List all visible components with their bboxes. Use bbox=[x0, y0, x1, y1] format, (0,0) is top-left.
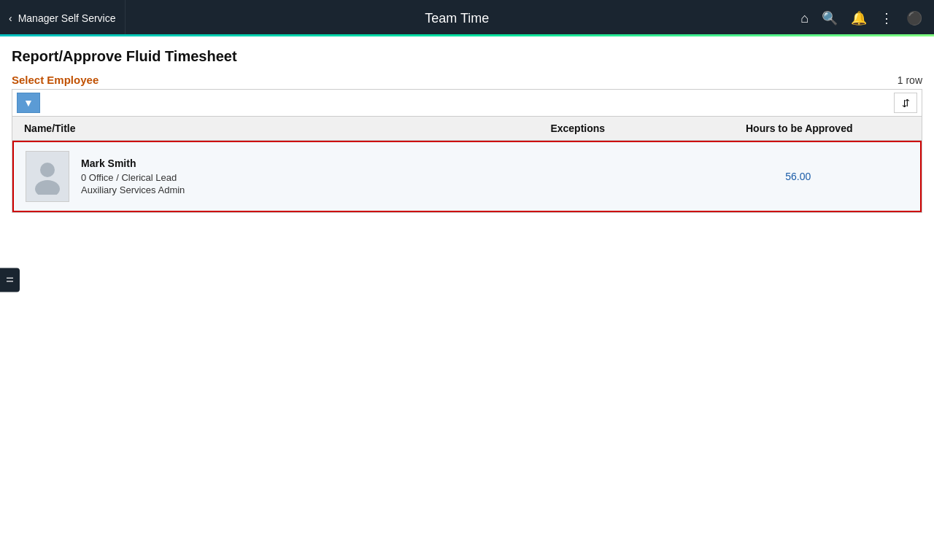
employee-info: Mark Smith 0 Office / Clerical Lead Auxi… bbox=[26, 151, 467, 202]
col-name-title: Name/Title bbox=[24, 122, 467, 134]
accent-bar bbox=[0, 34, 934, 36]
employee-dept: Auxiliary Services Admin bbox=[81, 184, 185, 195]
back-nav-label: Manager Self Service bbox=[18, 12, 116, 24]
header-actions: ⌂ 🔍 🔔 ⋮ ⚫ bbox=[789, 10, 934, 26]
avatar bbox=[26, 151, 69, 202]
more-icon[interactable]: ⋮ bbox=[880, 10, 893, 26]
section-header: Select Employee 1 row bbox=[12, 74, 922, 86]
col-exceptions: Exceptions bbox=[467, 122, 689, 134]
page-title: Report/Approve Fluid Timesheet bbox=[12, 48, 922, 65]
bell-icon[interactable]: 🔔 bbox=[851, 10, 867, 26]
sort-button[interactable]: ⇵ bbox=[894, 93, 917, 113]
employee-title: 0 Office / Clerical Lead bbox=[81, 172, 185, 183]
employee-name: Mark Smith bbox=[81, 158, 185, 169]
app-header: ‹ Manager Self Service Team Time ⌂ 🔍 🔔 ⋮… bbox=[0, 0, 934, 36]
svg-point-0 bbox=[40, 163, 55, 177]
side-tab[interactable]: II bbox=[0, 268, 20, 292]
row-count: 1 row bbox=[898, 74, 922, 86]
filter-button[interactable]: ▼ bbox=[17, 93, 40, 113]
section-label: Select Employee bbox=[12, 74, 99, 86]
filter-icon: ▼ bbox=[23, 97, 34, 109]
main-content: Report/Approve Fluid Timesheet Select Em… bbox=[0, 36, 934, 213]
hours-cell: 56.00 bbox=[688, 171, 909, 182]
sort-icon: ⇵ bbox=[902, 98, 910, 109]
table-row[interactable]: Mark Smith 0 Office / Clerical Lead Auxi… bbox=[12, 141, 922, 212]
avatar-icon bbox=[33, 158, 62, 195]
toolbar: ▼ ⇵ bbox=[12, 89, 922, 116]
table-header: Name/Title Exceptions Hours to be Approv… bbox=[12, 117, 922, 141]
employee-table: Name/Title Exceptions Hours to be Approv… bbox=[12, 116, 922, 213]
block-icon[interactable]: ⚫ bbox=[906, 10, 922, 26]
search-icon[interactable]: 🔍 bbox=[822, 10, 838, 26]
back-arrow-icon: ‹ bbox=[9, 12, 12, 24]
svg-point-1 bbox=[35, 180, 60, 195]
hours-value: 56.00 bbox=[785, 171, 811, 182]
employee-details: Mark Smith 0 Office / Clerical Lead Auxi… bbox=[81, 158, 185, 195]
home-icon[interactable]: ⌂ bbox=[800, 11, 808, 26]
back-nav[interactable]: ‹ Manager Self Service bbox=[0, 0, 126, 36]
col-hours: Hours to be Approved bbox=[689, 122, 911, 134]
page-header-title: Team Time bbox=[126, 11, 790, 26]
